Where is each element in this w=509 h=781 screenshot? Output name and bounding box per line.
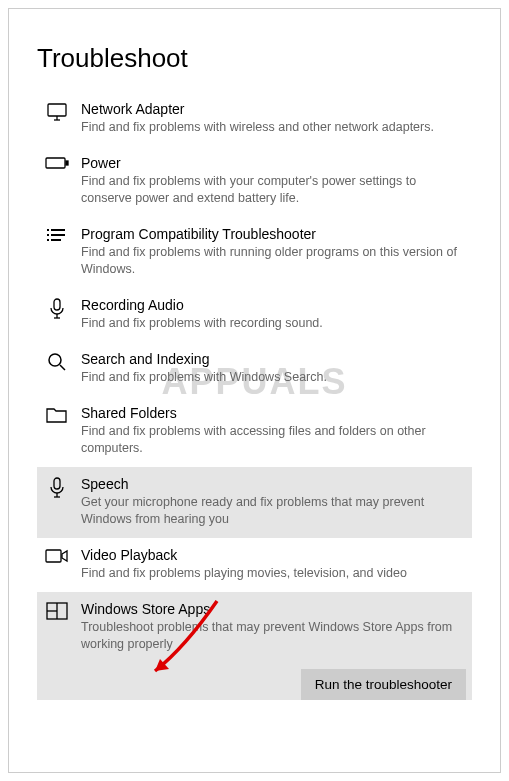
svg-rect-10	[51, 239, 61, 241]
item-desc: Get your microphone ready and fix proble…	[81, 494, 466, 528]
item-title: Recording Audio	[81, 296, 466, 314]
item-title: Power	[81, 154, 466, 172]
search-icon	[43, 352, 71, 372]
troubleshoot-item-shared-folders[interactable]: Shared Folders Find and fix problems wit…	[37, 396, 472, 467]
folder-icon	[43, 406, 71, 424]
svg-rect-19	[46, 550, 61, 562]
run-troubleshooter-button[interactable]: Run the troubleshooter	[301, 669, 466, 700]
svg-rect-11	[54, 299, 60, 310]
troubleshoot-list: Network Adapter Find and fix problems wi…	[37, 92, 472, 700]
store-icon	[43, 602, 71, 620]
microphone-icon	[43, 298, 71, 320]
svg-rect-3	[46, 158, 65, 168]
svg-rect-9	[47, 239, 49, 241]
item-desc: Find and fix problems with wireless and …	[81, 119, 466, 136]
page-title: Troubleshoot	[37, 43, 472, 74]
item-desc: Find and fix problems with Windows Searc…	[81, 369, 466, 386]
item-desc: Find and fix problems with recording sou…	[81, 315, 466, 332]
item-title: Search and Indexing	[81, 350, 466, 368]
svg-rect-16	[54, 478, 60, 489]
troubleshoot-item-windows-store-apps[interactable]: Windows Store Apps Troubleshoot problems…	[37, 592, 472, 663]
item-desc: Find and fix problems with accessing fil…	[81, 423, 466, 457]
svg-rect-0	[48, 104, 66, 116]
item-title: Video Playback	[81, 546, 466, 564]
svg-rect-4	[66, 161, 68, 165]
svg-rect-7	[47, 234, 49, 236]
svg-rect-5	[47, 229, 49, 231]
item-desc: Troubleshoot problems that may prevent W…	[81, 619, 466, 653]
svg-rect-6	[51, 229, 65, 231]
item-title: Program Compatibility Troubleshooter	[81, 225, 466, 243]
troubleshoot-item-network-adapter[interactable]: Network Adapter Find and fix problems wi…	[37, 92, 472, 146]
battery-icon	[43, 156, 71, 170]
item-title: Network Adapter	[81, 100, 466, 118]
microphone-icon	[43, 477, 71, 499]
video-icon	[43, 548, 71, 564]
troubleshoot-item-recording-audio[interactable]: Recording Audio Find and fix problems wi…	[37, 288, 472, 342]
troubleshoot-item-search-indexing[interactable]: Search and Indexing Find and fix problem…	[37, 342, 472, 396]
item-desc: Find and fix problems with your computer…	[81, 173, 466, 207]
item-title: Speech	[81, 475, 466, 493]
item-title: Shared Folders	[81, 404, 466, 422]
item-desc: Find and fix problems with running older…	[81, 244, 466, 278]
troubleshoot-item-video-playback[interactable]: Video Playback Find and fix problems pla…	[37, 538, 472, 592]
troubleshoot-item-program-compatibility[interactable]: Program Compatibility Troubleshooter Fin…	[37, 217, 472, 288]
troubleshoot-item-power[interactable]: Power Find and fix problems with your co…	[37, 146, 472, 217]
item-title: Windows Store Apps	[81, 600, 466, 618]
list-icon	[43, 227, 71, 245]
attribution-text: wsxdn.com	[498, 667, 501, 712]
monitor-icon	[43, 102, 71, 122]
svg-line-15	[60, 365, 65, 370]
run-button-row: Run the troubleshooter	[37, 661, 472, 700]
troubleshoot-item-speech[interactable]: Speech Get your microphone ready and fix…	[37, 467, 472, 538]
item-desc: Find and fix problems playing movies, te…	[81, 565, 466, 582]
svg-rect-8	[51, 234, 65, 236]
svg-point-14	[49, 354, 61, 366]
